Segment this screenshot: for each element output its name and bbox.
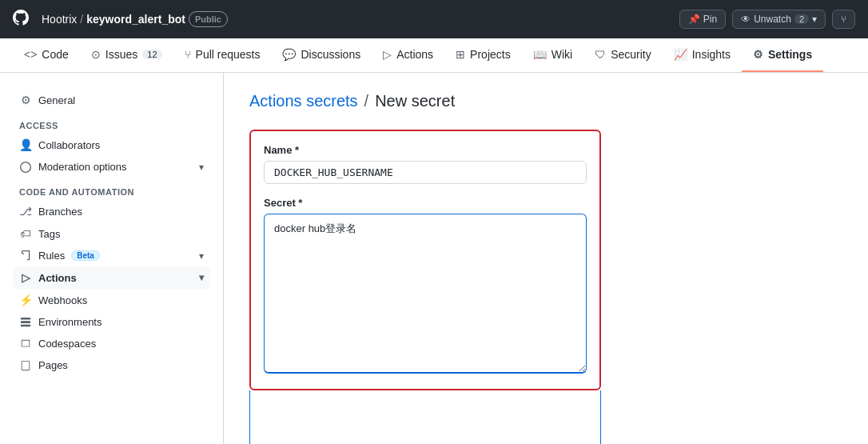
nav-issues-label: Issues: [106, 48, 137, 61]
environments-icon: [19, 317, 32, 328]
nav-issues[interactable]: ⊙ Issues 12: [80, 38, 173, 72]
rules-icon: [19, 250, 32, 262]
nav-security[interactable]: 🛡 Security: [583, 38, 663, 72]
nav-insights[interactable]: 📈 Insights: [663, 38, 742, 72]
insights-icon: 📈: [674, 48, 687, 61]
sidebar-item-branches[interactable]: ⎇ Branches: [13, 200, 210, 222]
eye-icon: 👁: [741, 14, 751, 25]
fork-icon: ⑂: [841, 14, 846, 25]
sidebar-actions-label: Actions: [38, 272, 77, 284]
nav-projects[interactable]: ⊞ Projects: [444, 38, 522, 72]
sidebar-tags-label: Tags: [38, 228, 60, 240]
nav-code-label: Code: [42, 48, 68, 61]
actions-secrets-link[interactable]: Actions secrets: [249, 92, 358, 110]
header-separator: /: [364, 92, 369, 110]
actions-sidebar-icon: ▷: [19, 271, 32, 284]
github-logo-icon: [13, 10, 29, 30]
sidebar-rules-label: Rules: [38, 250, 65, 262]
nav-security-label: Security: [611, 48, 651, 61]
svg-rect-2: [21, 324, 30, 326]
issues-icon: ⊙: [91, 48, 101, 61]
nav-pull-requests[interactable]: ⑂ Pull requests: [173, 38, 272, 72]
sidebar-item-tags[interactable]: 🏷 Tags: [13, 222, 210, 245]
sidebar-item-rules[interactable]: Rules Beta ▾: [13, 245, 210, 266]
pin-icon: 📌: [688, 14, 700, 25]
pin-label: Pin: [703, 14, 717, 25]
unwatch-label: Unwatch: [754, 14, 791, 25]
moderation-icon: [19, 162, 32, 173]
visibility-badge: Public: [189, 11, 228, 27]
nav-projects-label: Projects: [470, 48, 511, 61]
chevron-down-icon: ▾: [812, 14, 817, 25]
svg-rect-1: [21, 321, 30, 323]
access-section-label: Access: [19, 121, 204, 130]
name-form-group: Name *: [264, 144, 587, 184]
code-automation-section-label: Code and automation: [19, 187, 204, 197]
repo-nav: <> Code ⊙ Issues 12 ⑂ Pull requests 💬 Di…: [0, 38, 868, 73]
secret-label: Secret *: [264, 197, 587, 209]
security-icon: 🛡: [595, 48, 606, 61]
rules-beta-badge: Beta: [71, 250, 100, 261]
nav-actions[interactable]: ▷ Actions: [372, 38, 444, 72]
top-bar-actions: 📌 Pin 👁 Unwatch 2 ▾ ⑂: [679, 10, 855, 29]
sidebar-codespaces-label: Codespaces: [38, 338, 96, 350]
rules-chevron-icon: ▾: [199, 250, 204, 262]
pin-button[interactable]: 📌 Pin: [679, 10, 726, 29]
nav-code[interactable]: <> Code: [13, 38, 80, 72]
sidebar-item-pages[interactable]: Pages: [13, 354, 210, 376]
breadcrumb-separator: /: [80, 13, 83, 26]
sidebar-branches-label: Branches: [38, 206, 82, 218]
branches-icon: ⎇: [19, 205, 32, 218]
codespaces-icon: [19, 338, 32, 350]
nav-wiki-label: Wiki: [551, 48, 572, 61]
sidebar-item-actions[interactable]: ▷ Actions ▾: [13, 266, 210, 289]
top-bar: Hootrix / keyword_alert_bot Public 📌 Pin…: [0, 0, 868, 38]
pr-icon: ⑂: [185, 48, 191, 61]
tag-icon: 🏷: [19, 227, 32, 240]
unwatch-button[interactable]: 👁 Unwatch 2 ▾: [732, 10, 826, 29]
sidebar-item-moderation[interactable]: Moderation options ▾: [13, 156, 210, 178]
watch-count: 2: [794, 14, 809, 24]
sidebar-environments-label: Environments: [38, 316, 102, 328]
org-link[interactable]: Hootrix: [42, 13, 77, 26]
page-layout: ⚙ General Access 👤 Collaborators Moderat…: [0, 73, 868, 444]
person-icon: 👤: [19, 138, 32, 151]
sidebar-item-codespaces[interactable]: Codespaces: [13, 333, 210, 354]
nav-wiki[interactable]: 📖 Wiki: [522, 38, 583, 72]
secret-textarea[interactable]: [264, 214, 587, 374]
secret-form-group: Secret *: [264, 197, 587, 376]
webhooks-icon: ⚡: [19, 294, 32, 306]
actions-chevron-icon: ▾: [199, 272, 204, 283]
page-title: New secret: [375, 92, 455, 110]
main-content: Actions secrets / New secret Name * Secr…: [224, 73, 868, 444]
new-secret-form-card: Name * Secret *: [249, 130, 601, 390]
wiki-icon: 📖: [533, 48, 547, 61]
repo-link[interactable]: keyword_alert_bot: [86, 13, 185, 26]
actions-icon: ▷: [383, 48, 392, 61]
sidebar-item-collaborators[interactable]: 👤 Collaborators: [13, 134, 210, 156]
sidebar-item-environments[interactable]: Environments: [13, 311, 210, 333]
nav-insights-label: Insights: [692, 48, 731, 61]
discussions-icon: 💬: [282, 48, 296, 61]
name-input[interactable]: [264, 161, 587, 184]
moderation-chevron-icon: ▾: [199, 162, 204, 173]
nav-discussions[interactable]: 💬 Discussions: [271, 38, 372, 72]
gear-icon: ⚙: [19, 94, 32, 106]
nav-pr-label: Pull requests: [196, 48, 261, 61]
settings-sidebar: ⚙ General Access 👤 Collaborators Moderat…: [0, 73, 224, 444]
name-label: Name *: [264, 144, 587, 156]
repo-breadcrumb: Hootrix / keyword_alert_bot Public: [42, 11, 228, 27]
nav-settings[interactable]: ⚙ Settings: [742, 38, 823, 72]
secret-textarea-extended: [249, 390, 601, 444]
sidebar-pages-label: Pages: [38, 359, 68, 371]
nav-discussions-label: Discussions: [301, 48, 360, 61]
svg-rect-0: [21, 317, 30, 319]
nav-settings-label: Settings: [768, 48, 812, 61]
sidebar-moderation-label: Moderation options: [38, 161, 127, 173]
sidebar-item-general[interactable]: ⚙ General: [13, 89, 210, 111]
sidebar-item-webhooks[interactable]: ⚡ Webhooks: [13, 289, 210, 311]
settings-icon: ⚙: [753, 48, 763, 61]
fork-button[interactable]: ⑂: [832, 10, 855, 29]
sidebar-webhooks-label: Webhooks: [38, 294, 87, 306]
pages-icon: [19, 360, 32, 371]
